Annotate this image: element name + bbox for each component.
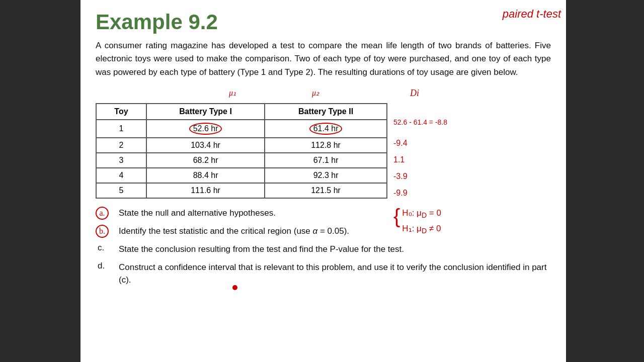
paired-ttest-annotation: paired t-test (503, 8, 561, 21)
col-header-type2: Battery Type II (265, 104, 387, 120)
di-calc-note: 52.6 - 61.4 = -8.8 (393, 118, 447, 126)
question-d-label: d. (96, 261, 119, 271)
cell-type2-4: 92.3 hr (265, 168, 387, 183)
h0-line: H₀: μD = 0 (402, 206, 441, 221)
di-val-3: 1.1 (393, 155, 405, 164)
cell-toy-2: 2 (96, 138, 146, 153)
questions-section: a. State the null and alternative hypoth… (96, 207, 551, 287)
slide: Example 9.2 paired t-test A consumer rat… (0, 0, 644, 362)
cell-type1-5: 111.6 hr (146, 183, 265, 198)
table-row: 4 88.4 hr 92.3 hr (96, 168, 387, 183)
paired-ttest-text: paired t-test (503, 8, 561, 20)
table-row: 2 103.4 hr 112.8 hr (96, 138, 387, 153)
label-b-circled: b. (96, 225, 109, 238)
alpha-symbol: α (313, 226, 318, 236)
di-row-1: 52.6 - 61.4 = -8.8 (393, 118, 408, 135)
table-section: μ₁ μ₂ Di Toy Battery Type I Battery Type… (96, 88, 551, 199)
di-val-5: -9.9 (393, 189, 408, 198)
di-val-2: -9.4 (393, 139, 408, 148)
label-a-circled: a. (96, 207, 109, 220)
question-a-label: a. (96, 207, 119, 220)
di-row-4: -3.9 (393, 168, 408, 185)
circled-52-6: 52.6 hr (189, 123, 222, 135)
mu-annotations: μ₁ μ₂ Di (96, 88, 551, 102)
cell-toy-3: 3 (96, 153, 146, 168)
di-val-4: -3.9 (393, 172, 408, 181)
cell-type2-1: 61.4 hr (265, 120, 387, 138)
cursor-dot (232, 285, 237, 290)
cell-type1-4: 88.4 hr (146, 168, 265, 183)
di-row-3: 1.1 (393, 151, 408, 168)
question-b-label: b. (96, 225, 119, 238)
circled-61-4: 61.4 hr (309, 123, 343, 135)
question-c-label: c. (96, 243, 119, 253)
cell-type2-2: 112.8 hr (265, 138, 387, 153)
table-row: 1 52.6 hr 61.4 hr (96, 120, 387, 138)
question-b-text: Identify the test statistic and the crit… (119, 225, 551, 238)
table-row: 5 111.6 hr 121.5 hr (96, 183, 387, 198)
col-header-type1: Battery Type I (146, 104, 265, 120)
cell-type1-2: 103.4 hr (146, 138, 265, 153)
page-number: 23 (625, 347, 634, 356)
data-table: Toy Battery Type I Battery Type II 1 52.… (96, 103, 387, 199)
di-values-container: 52.6 - 61.4 = -8.8 -9.4 1.1 -3.9 (393, 118, 408, 201)
slide-title: Example 9.2 (96, 10, 551, 34)
hypotheses-annotation: { H₀: μD = 0 H₁: μD ≠ 0 (393, 206, 441, 239)
col-header-toy: Toy (96, 104, 146, 120)
question-d: d. Construct a confidence interval that … (96, 261, 551, 287)
table-wrapper: Toy Battery Type I Battery Type II 1 52.… (96, 103, 551, 199)
body-paragraph: A consumer rating magazine has developed… (96, 39, 551, 79)
cell-type2-3: 67.1 hr (265, 153, 387, 168)
di-header-annotation: Di (410, 88, 419, 99)
table-header-row: Toy Battery Type I Battery Type II (96, 104, 387, 120)
question-a: a. State the null and alternative hypoth… (96, 207, 551, 220)
table-row: 3 68.2 hr 67.1 hr (96, 153, 387, 168)
mu1-annotation: μ₁ (229, 88, 236, 98)
di-row-5: -9.9 (393, 185, 408, 201)
mu2-annotation: μ₂ (312, 88, 319, 98)
cell-type1-1: 52.6 hr (146, 120, 265, 138)
brace-symbol: { (393, 206, 400, 226)
cell-toy-1: 1 (96, 120, 146, 138)
hypotheses-lines: H₀: μD = 0 H₁: μD ≠ 0 (402, 206, 441, 237)
question-a-text: State the null and alternative hypothese… (119, 207, 551, 220)
cell-type1-3: 68.2 hr (146, 153, 265, 168)
cell-toy-5: 5 (96, 183, 146, 198)
h1-line: H₁: μD ≠ 0 (402, 222, 441, 237)
cell-toy-4: 4 (96, 168, 146, 183)
question-c: c. State the conclusion resulting from t… (96, 243, 551, 256)
slide-content: Example 9.2 paired t-test A consumer rat… (80, 0, 566, 362)
question-b: b. Identify the test statistic and the c… (96, 225, 551, 238)
question-c-text: State the conclusion resulting from the … (119, 243, 551, 256)
brace-hypotheses: { H₀: μD = 0 H₁: μD ≠ 0 (393, 206, 441, 237)
question-d-text: Construct a confidence interval that is … (119, 261, 551, 287)
cell-type2-5: 121.5 hr (265, 183, 387, 198)
di-row-2: -9.4 (393, 135, 408, 151)
